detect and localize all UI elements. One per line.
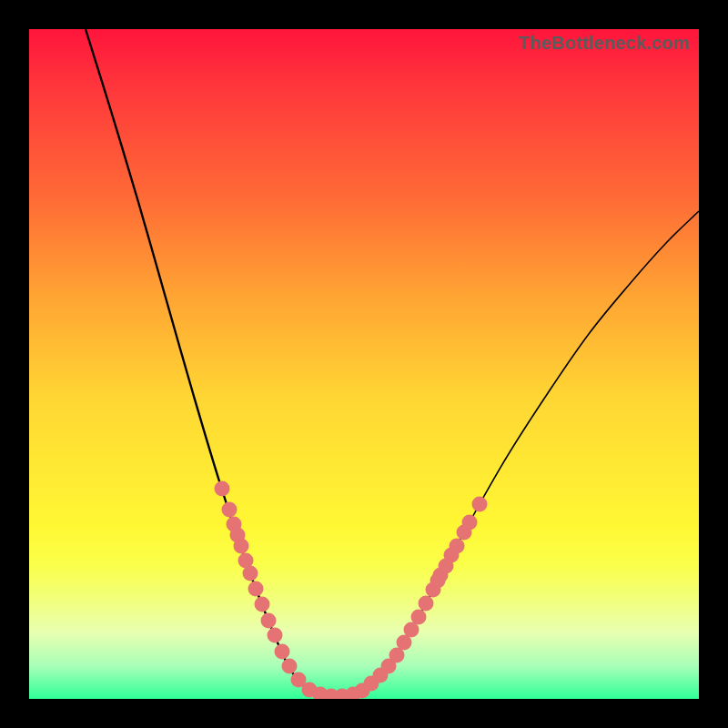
chart-svg [29, 29, 699, 699]
data-dot [255, 597, 270, 612]
data-dot [261, 613, 277, 629]
chart-frame: TheBottleneck.com [0, 0, 728, 728]
data-dot [215, 481, 230, 497]
data-dot [243, 566, 258, 581]
data-dot [411, 610, 427, 625]
data-dot [462, 515, 478, 531]
data-dot [472, 497, 488, 512]
data-dot [275, 644, 290, 660]
data-dot [282, 659, 298, 674]
plot-area: TheBottleneck.com [29, 29, 699, 699]
data-dot [234, 539, 249, 554]
data-dot [419, 596, 434, 612]
data-dot [268, 628, 283, 643]
data-dot [248, 581, 264, 597]
data-dot [222, 502, 238, 518]
bottleneck-curve-right [329, 211, 699, 696]
data-dots [215, 481, 488, 700]
bottleneck-curve-left [86, 29, 329, 696]
data-dot [450, 539, 465, 554]
